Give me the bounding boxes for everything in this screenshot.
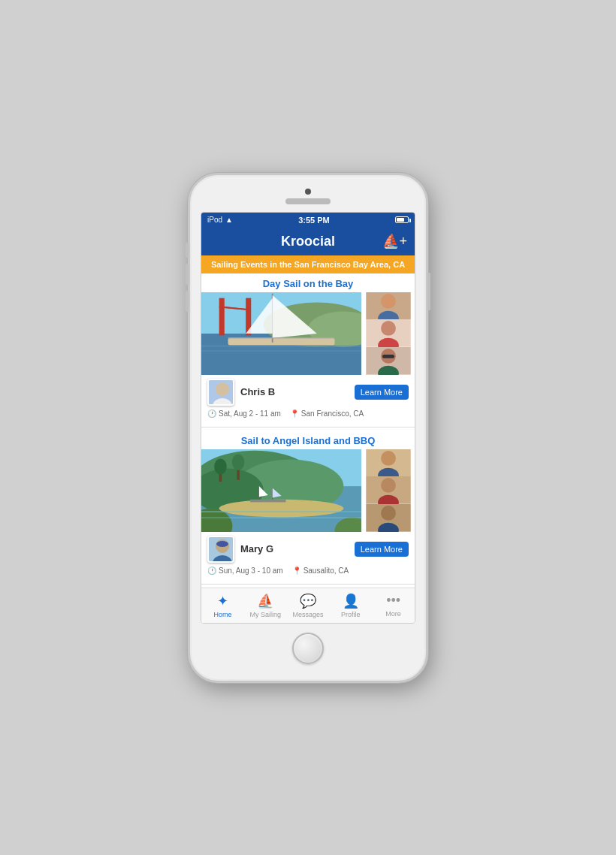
tab-home-label: Home (213, 611, 231, 618)
home-button[interactable] (292, 633, 324, 664)
svg-rect-23 (382, 355, 394, 358)
home-icon: ✦ (217, 593, 228, 609)
location-icon-2: 📍 (292, 566, 301, 575)
speaker (285, 198, 331, 204)
svg-point-51 (381, 478, 396, 493)
svg-point-26 (216, 382, 229, 396)
more-icon: ••• (386, 593, 400, 609)
tab-more-label: More (385, 610, 401, 618)
tab-profile-label: Profile (341, 611, 361, 618)
svg-point-19 (381, 321, 396, 336)
event-card-1: Day Sail on the Bay (201, 273, 415, 428)
event1-host-avatar (207, 379, 234, 406)
attendee-avatar-2 (361, 319, 415, 347)
tab-messages-label: Messages (292, 611, 323, 618)
svg-rect-8 (228, 337, 335, 344)
tab-more[interactable]: ••• More (372, 593, 415, 618)
phone-screen: iPod ▲ 3:55 PM Kroocial ⛵+ Sailing Event… (201, 212, 415, 624)
tab-bar: ✦ Home ⛵ My Sailing 💬 Messages 👤 Profile… (201, 588, 415, 623)
event1-date: 🕐 Sat, Aug 2 - 11 am (207, 409, 281, 418)
location-icon: 📍 (290, 409, 299, 418)
status-left: iPod ▲ (207, 216, 233, 224)
event2-host-avatar (207, 536, 234, 563)
wifi-icon: ▲ (225, 216, 233, 224)
event2-info: Mary G Learn More (201, 532, 415, 565)
phone-top (201, 189, 415, 204)
event2-date: 🕐 Sun, Aug 3 - 10 am (207, 566, 283, 575)
tab-home[interactable]: ✦ Home (201, 593, 244, 618)
volume-down-button[interactable] (186, 291, 189, 312)
svg-rect-34 (250, 499, 285, 502)
event2-location-text: Sausalito, CA (303, 566, 349, 575)
event2-main-image (201, 449, 361, 532)
clock-icon: 🕐 (207, 409, 216, 418)
svg-point-40 (214, 458, 227, 474)
side-buttons-left (186, 243, 189, 312)
status-bar: iPod ▲ 3:55 PM (201, 213, 415, 228)
event1-scene (201, 292, 415, 375)
attendee2-avatar-1 (361, 449, 415, 477)
event2-scene (201, 449, 415, 532)
status-right (395, 216, 409, 223)
attendee2-avatar-2 (361, 476, 415, 504)
event2-avatars (361, 449, 415, 532)
tab-my-sailing[interactable]: ⛵ My Sailing (244, 593, 287, 618)
svg-point-16 (381, 293, 396, 308)
event2-meta: 🕐 Sun, Aug 3 - 10 am 📍 Sausalito, CA (201, 565, 415, 578)
event2-host-name: Mary G (240, 543, 355, 554)
event1-location-text: San Francisco, CA (301, 409, 364, 418)
profile-icon: 👤 (343, 593, 359, 609)
power-button[interactable] (427, 273, 430, 310)
carrier-label: iPod (207, 216, 222, 224)
svg-rect-58 (216, 541, 228, 547)
side-buttons-right (427, 273, 430, 310)
event1-location: 📍 San Francisco, CA (290, 409, 364, 418)
svg-rect-2 (219, 298, 225, 335)
my-sailing-icon: ⛵ (257, 593, 273, 609)
event2-location: 📍 Sausalito, CA (292, 566, 349, 575)
event1-main-image (201, 292, 361, 375)
event1-date-text: Sat, Aug 2 - 11 am (219, 409, 281, 418)
event-card-2: Sail to Angel Island and BBQ (201, 431, 415, 585)
event1-avatars (361, 292, 415, 375)
event1-learn-more-button[interactable]: Learn More (355, 385, 409, 400)
tab-my-sailing-label: My Sailing (249, 611, 281, 618)
svg-point-54 (381, 506, 396, 521)
attendee2-avatar-3 (361, 504, 415, 532)
svg-rect-13 (201, 345, 361, 346)
svg-point-42 (232, 454, 245, 470)
attendee-avatar-3 (361, 347, 415, 375)
battery-icon (395, 216, 409, 223)
app-title: Kroocial (281, 234, 335, 249)
event2-learn-more-button[interactable]: Learn More (355, 542, 409, 557)
event2-date-text: Sun, Aug 3 - 10 am (219, 566, 283, 575)
phone-bottom (201, 633, 415, 664)
svg-point-48 (381, 450, 396, 465)
event-title-2: Sail to Angel Island and BBQ (201, 431, 415, 449)
phone-frame: iPod ▲ 3:55 PM Kroocial ⛵+ Sailing Event… (188, 173, 428, 683)
tab-profile[interactable]: 👤 Profile (329, 593, 372, 618)
volume-up-button[interactable] (186, 264, 189, 285)
messages-icon: 💬 (300, 593, 316, 609)
svg-rect-14 (201, 350, 361, 351)
svg-rect-46 (201, 517, 361, 518)
front-camera (305, 189, 311, 195)
events-list: Day Sail on the Bay (201, 273, 415, 588)
event1-host-name: Chris B (240, 386, 355, 397)
svg-rect-45 (201, 511, 361, 512)
add-sailing-icon[interactable]: ⛵+ (382, 233, 407, 249)
event-title-1: Day Sail on the Bay (201, 273, 415, 292)
tab-messages[interactable]: 💬 Messages (287, 593, 330, 618)
event1-meta: 🕐 Sat, Aug 2 - 11 am 📍 San Francisco, CA (201, 408, 415, 421)
attendee-avatar-1 (361, 292, 415, 320)
location-banner: Sailing Events in the San Francisco Bay … (201, 255, 415, 273)
event1-info: Chris B Learn More (201, 375, 415, 408)
status-time: 3:55 PM (298, 216, 330, 225)
app-header: Kroocial ⛵+ (201, 228, 415, 255)
mute-button[interactable] (186, 243, 189, 258)
clock-icon-2: 🕐 (207, 566, 216, 575)
